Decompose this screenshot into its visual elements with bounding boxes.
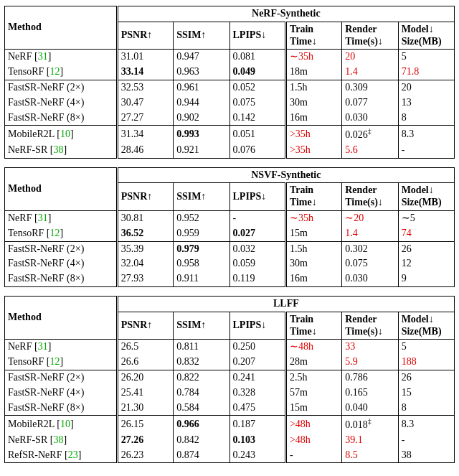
cell-lpips: 0.052	[230, 80, 285, 95]
col-psnr: PSNR↑	[117, 312, 173, 340]
cell-psnr: 27.26	[117, 433, 173, 448]
table-row: TensoRF [12]33.140.9630.04918m1.471.8	[5, 65, 455, 80]
header-row-1: MethodNeRF-Synthetic	[5, 6, 455, 22]
col-size: Model↓Size(MB)	[398, 22, 454, 50]
cell-render: 0.040	[342, 401, 398, 416]
table-row: NeRF-SR [38]27.260.8420.103>48h39.1-	[5, 433, 455, 448]
cell-render: 5.9	[342, 355, 398, 370]
cell-train: >35h	[285, 143, 341, 158]
citation: 10	[60, 419, 70, 429]
cell-size: 8	[398, 111, 454, 126]
cell-train: -	[285, 448, 341, 463]
cell-render: 5.6	[342, 143, 398, 158]
table-row: RefSR-NeRF [23]26.230.8740.243-8.538	[5, 448, 455, 463]
cell-ssim: 0.963	[174, 65, 230, 80]
results-table: MethodLLFFPSNR↑SSIM↑LPIPS↓TrainTime↓Rend…	[4, 296, 455, 463]
cell-method: NeRF [31]	[5, 50, 118, 65]
cell-render: 0.786	[342, 370, 398, 385]
table-row: TensoRF [12]36.520.9590.02715m1.474	[5, 226, 455, 241]
col-render: RenderTime(s)↓	[342, 183, 398, 211]
cell-ssim: 0.784	[174, 386, 230, 401]
cell-train: >35h	[285, 126, 341, 143]
cell-ssim: 0.966	[174, 416, 230, 433]
table-row: FastSR-NeRF (4×)32.040.9580.05930m0.0751…	[5, 256, 455, 271]
citation: 23	[68, 449, 78, 460]
cell-ssim: 0.979	[174, 241, 230, 256]
table-row: MobileR2L [10]26.150.9660.187>48h0.018‡8…	[5, 416, 455, 433]
dataset-title: LLFF	[117, 297, 454, 312]
cell-psnr: 31.01	[117, 50, 173, 65]
cell-ssim: 0.921	[174, 143, 230, 158]
header-row-1: MethodLLFF	[5, 297, 455, 312]
cell-size: 71.8	[398, 65, 454, 80]
col-render: RenderTime(s)↓	[342, 22, 398, 50]
cell-ssim: 0.961	[174, 80, 230, 95]
cell-size: 26	[398, 370, 454, 385]
cell-lpips: 0.119	[230, 271, 285, 286]
col-lpips: LPIPS↓	[230, 22, 285, 50]
cell-render: 0.018‡	[342, 416, 398, 433]
col-method: Method	[5, 297, 118, 340]
table-row: NeRF [31]30.810.952-∼35h∼20∼5	[5, 211, 455, 226]
tables-container: { "headers": { "method": "Method", "psnr…	[0, 0, 459, 476]
cell-method: MobileR2L [10]	[5, 126, 118, 143]
cell-ssim: 0.584	[174, 401, 230, 416]
cell-render: ∼20	[342, 211, 398, 226]
citation: 12	[50, 356, 60, 367]
cell-size: 5	[398, 340, 454, 355]
cell-ssim: 0.902	[174, 111, 230, 126]
cell-train: 15m	[285, 401, 341, 416]
table-row: FastSR-NeRF (2×)32.530.9610.0521.5h0.309…	[5, 80, 455, 95]
citation: 31	[38, 341, 48, 352]
col-train: TrainTime↓	[285, 183, 341, 211]
header-row-1: MethodNSVF-Synthetic	[5, 167, 455, 183]
cell-train: 57m	[285, 386, 341, 401]
cell-train: 16m	[285, 271, 341, 286]
cell-method: NeRF [31]	[5, 211, 118, 226]
cell-ssim: 0.947	[174, 50, 230, 65]
tables-root: MethodNeRF-SyntheticPSNR↑SSIM↑LPIPS↓Trai…	[4, 6, 455, 463]
citation: 38	[53, 434, 63, 445]
cell-train: >48h	[285, 433, 341, 448]
cell-lpips: -	[230, 211, 285, 226]
cell-lpips: 0.027	[230, 226, 285, 241]
col-train: TrainTime↓	[285, 312, 341, 340]
cell-method: NeRF-SR [38]	[5, 433, 118, 448]
col-train: TrainTime↓	[285, 22, 341, 50]
table-row: FastSR-NeRF (8×)27.270.9020.14216m0.0308	[5, 111, 455, 126]
cell-psnr: 32.53	[117, 80, 173, 95]
cell-render: 0.309	[342, 80, 398, 95]
cell-size: 8.3	[398, 126, 454, 143]
cell-ssim: 0.993	[174, 126, 230, 143]
cell-psnr: 35.39	[117, 241, 173, 256]
cell-lpips: 0.241	[230, 370, 285, 385]
cell-method: NeRF [31]	[5, 340, 118, 355]
cell-psnr: 36.52	[117, 226, 173, 241]
cell-ssim: 0.952	[174, 211, 230, 226]
col-psnr: PSNR↑	[117, 22, 173, 50]
col-ssim: SSIM↑	[174, 22, 230, 50]
footnote-mark: ‡	[368, 417, 372, 425]
cell-psnr: 31.34	[117, 126, 173, 143]
cell-psnr: 32.04	[117, 256, 173, 271]
cell-size: -	[398, 433, 454, 448]
cell-size: 38	[398, 448, 454, 463]
cell-ssim: 0.944	[174, 95, 230, 111]
cell-method: FastSR-NeRF (8×)	[5, 271, 118, 286]
cell-train: ∼35h	[285, 50, 341, 65]
cell-psnr: 30.47	[117, 95, 173, 111]
cell-train: 15m	[285, 226, 341, 241]
citation: 12	[50, 228, 60, 238]
cell-psnr: 33.14	[117, 65, 173, 80]
citation: 10	[60, 129, 70, 139]
cell-ssim: 0.959	[174, 226, 230, 241]
cell-lpips: 0.081	[230, 50, 285, 65]
table-row: FastSR-NeRF (2×)26.200.8220.2412.5h0.786…	[5, 370, 455, 385]
cell-size: 74	[398, 226, 454, 241]
cell-size: 9	[398, 271, 454, 286]
cell-method: FastSR-NeRF (4×)	[5, 95, 118, 111]
cell-render: 0.030	[342, 271, 398, 286]
table-row: TensoRF [12]26.60.8320.20728m5.9188	[5, 355, 455, 370]
cell-psnr: 26.23	[117, 448, 173, 463]
cell-size: 5	[398, 50, 454, 65]
